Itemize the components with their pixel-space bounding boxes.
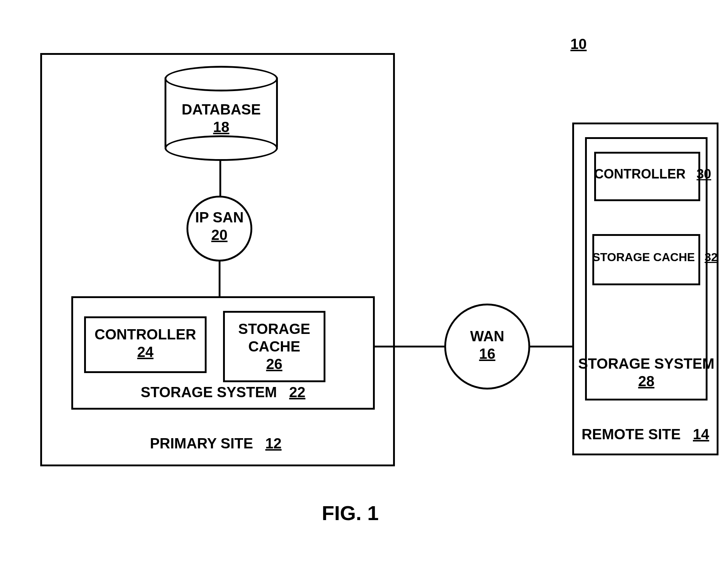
ipsan-label: IP SAN 20 xyxy=(186,208,252,244)
primary-site-text: PRIMARY SITE xyxy=(150,435,253,451)
storage-system-28-label: STORAGE SYSTEM 28 xyxy=(585,355,708,390)
storage-cache-32-text: STORAGE CACHE xyxy=(592,251,695,264)
storage-cache-26-label: STORAGE CACHE 26 xyxy=(223,320,325,373)
remote-site-text: REMOTE SITE xyxy=(581,426,680,442)
figure-ref-number: 10 xyxy=(570,36,587,52)
wan-label: WAN 16 xyxy=(444,327,530,362)
connector-storage22-wan xyxy=(375,346,446,347)
remote-site-num: 14 xyxy=(693,426,709,442)
controller-24-label: CONTROLLER 24 xyxy=(84,326,207,361)
primary-site-label: PRIMARY SITE 12 xyxy=(135,435,296,452)
database-label: DATABASE 18 xyxy=(165,101,278,136)
storage-system-28-text: STORAGE SYSTEM xyxy=(578,355,714,372)
wan-num: 16 xyxy=(479,345,495,362)
controller-30-label: CONTROLLER 30 xyxy=(594,166,700,182)
storage-system-22-text: STORAGE SYSTEM xyxy=(141,384,277,400)
storage-system-22-label: STORAGE SYSTEM 22 xyxy=(121,384,325,400)
ipsan-num: 20 xyxy=(211,226,228,244)
storage-cache-32-num: 32 xyxy=(705,251,718,264)
wan-text: WAN xyxy=(470,327,504,345)
storage-cache-26-text1: STORAGE xyxy=(238,320,310,338)
storage-cache-26-text2: CACHE xyxy=(248,338,300,355)
diagram-stage: 10 PRIMARY SITE 12 DATABASE 18 IP SAN 20… xyxy=(0,0,728,583)
connector-ipsan-storage xyxy=(219,260,220,298)
ipsan-text: IP SAN xyxy=(195,208,244,226)
figure-caption: FIG. 1 xyxy=(322,501,379,525)
storage-system-28-num: 28 xyxy=(638,372,655,390)
controller-30-text: CONTROLLER xyxy=(594,166,686,181)
database-text: DATABASE xyxy=(182,101,261,118)
storage-cache-26-num: 26 xyxy=(266,355,283,373)
remote-site-label: REMOTE SITE 14 xyxy=(572,426,718,443)
controller-24-text: CONTROLLER xyxy=(95,326,196,343)
controller-30-num: 30 xyxy=(697,166,711,181)
database-num: 18 xyxy=(213,118,230,136)
controller-24-num: 24 xyxy=(137,343,154,361)
storage-cache-32-label: STORAGE CACHE 32 xyxy=(592,251,700,264)
storage-system-22-num: 22 xyxy=(289,384,306,400)
primary-site-num: 12 xyxy=(265,435,282,451)
